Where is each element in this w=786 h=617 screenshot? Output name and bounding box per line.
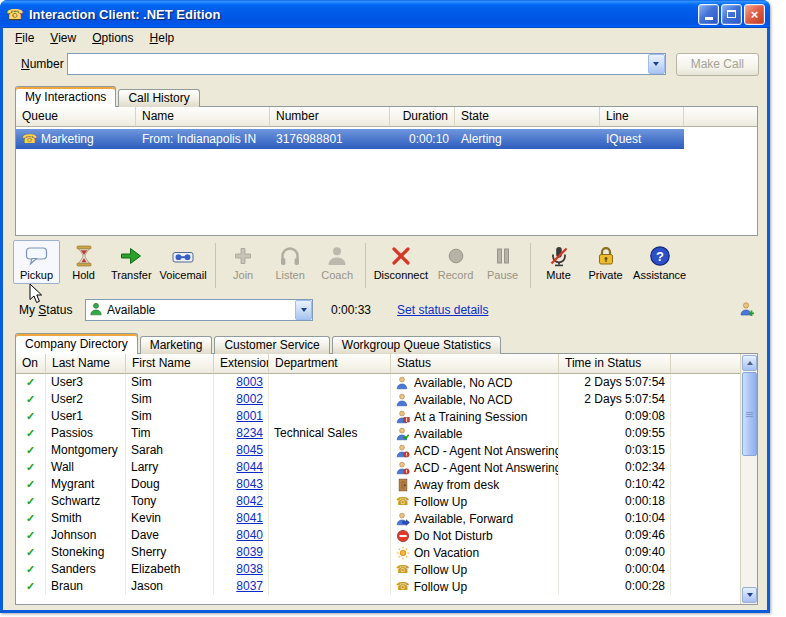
directory-row[interactable]: ✓MontgomerySarah8045ACD - Agent Not Answ… [16,442,740,459]
directory-row[interactable]: ✓SchwartzTony8042☎Follow Up0:00:18 [16,493,740,510]
status-combobox[interactable]: Available [85,299,313,321]
minimize-button[interactable] [698,4,719,25]
menu-file[interactable]: File [7,29,42,47]
online-check-icon: ✓ [26,461,35,473]
tab-marketing[interactable]: Marketing [140,336,213,354]
scroll-down-button[interactable] [742,587,757,603]
directory-row[interactable]: ✓BraunJason8037☎Follow Up0:00:28 [16,578,740,595]
status-text: Follow Up [414,562,467,578]
vacation-icon [396,546,410,560]
acd-alert-icon [396,461,410,475]
time-in-status-cell: 0:09:46 [559,527,671,544]
directory-row[interactable]: ✓SmithKevin8041Available, Forward0:10:04 [16,510,740,527]
pause-button[interactable]: Pause [479,240,526,284]
extension-link[interactable]: 8037 [236,579,263,593]
assistance-button[interactable]: ?Assistance [629,240,690,284]
directory-row[interactable]: ✓WallLarry8044ACD - Agent Not Answering0… [16,459,740,476]
directory-row[interactable]: ✓StonekingSherry8039On Vacation0:09:40 [16,544,740,561]
status-text: Available [414,426,462,442]
extension-link[interactable]: 8045 [236,443,263,457]
disconnect-button[interactable]: Disconnect [370,240,432,284]
hold-button[interactable]: Hold [60,240,107,284]
close-button[interactable]: × [744,4,765,25]
number-dropdown-button[interactable] [648,54,665,74]
directory-header-last-name[interactable]: Last Name [46,354,126,374]
private-button[interactable]: Private [582,240,629,284]
scrollbar-track[interactable] [741,372,757,586]
status-timer: 0:00:33 [331,303,371,317]
vertical-scrollbar[interactable] [740,354,757,604]
extension-link[interactable]: 8002 [236,392,263,406]
time-in-status-cell: 0:09:40 [559,544,671,561]
directory-row[interactable]: ✓MygrantDoug8043Away from desk0:10:42 [16,476,740,493]
maximize-button[interactable] [721,4,742,25]
extension-link[interactable]: 8043 [236,477,263,491]
titlebar[interactable]: ☎ Interaction Client: .NET Edition × [0,0,770,28]
extension-link[interactable]: 8038 [236,562,263,576]
directory-header-department[interactable]: Department [269,354,391,374]
pickup-button[interactable]: Pickup [13,240,60,284]
scroll-up-button[interactable] [742,355,757,371]
extension-link[interactable]: 8041 [236,511,263,525]
set-status-details-link[interactable]: Set status details [397,303,488,317]
tab-call-history[interactable]: Call History [118,89,199,107]
transfer-button[interactable]: Transfer [107,240,156,284]
status-dropdown-button[interactable] [295,300,312,320]
tab-company-directory[interactable]: Company Directory [15,333,138,354]
tab-customer-service[interactable]: Customer Service [214,336,329,354]
record-button[interactable]: Record [432,240,479,284]
last-name-cell: Johnson [46,527,126,544]
directory-header-on[interactable]: On [16,354,46,374]
status-bar: My Status Available 0:00:33 Set status d… [3,296,767,324]
directory-row[interactable]: ✓User1Sim8001At a Training Session0:09:0… [16,408,740,425]
tab-workgroup-queue-statistics[interactable]: Workgroup Queue Statistics [332,336,501,354]
menu-help[interactable]: Help [142,29,183,47]
queue-header-queue[interactable]: Queue [16,107,136,127]
coach-button[interactable]: Coach [314,240,361,284]
status-text: At a Training Session [414,409,527,425]
join-button[interactable]: Join [220,240,267,284]
extension-link[interactable]: 8044 [236,460,263,474]
queue-row[interactable]: ☎MarketingFrom: Indianapolis IN317698880… [16,129,684,149]
pickup-icon [25,244,49,268]
extension-link[interactable]: 8039 [236,545,263,559]
directory-header-status[interactable]: Status [391,354,559,374]
mute-button[interactable]: Mute [535,240,582,284]
time-in-status-cell: 0:00:18 [559,493,671,510]
extension-link[interactable]: 8234 [236,426,263,440]
menu-view[interactable]: View [42,29,84,47]
extension-link[interactable]: 8040 [236,528,263,542]
directory-row[interactable]: ✓PassiosTim8234Technical SalesAvailable0… [16,425,740,442]
listen-button[interactable]: Listen [267,240,314,284]
directory-row[interactable]: ✓SandersElizabeth8038☎Follow Up0:00:04 [16,561,740,578]
make-call-button[interactable]: Make Call [676,53,759,76]
queue-header-duration[interactable]: Duration [390,107,455,127]
extension-link[interactable]: 8003 [236,375,263,389]
extension-link[interactable]: 8001 [236,409,263,423]
directory-header-first-name[interactable]: First Name [126,354,214,374]
voicemail-button[interactable]: Voicemail [156,240,211,284]
directory-row[interactable]: ✓JohnsonDave8040Do Not Disturb0:09:46 [16,527,740,544]
queue-header-number[interactable]: Number [270,107,390,127]
extension-cell: 8040 [214,527,269,544]
queue-header-state[interactable]: State [455,107,600,127]
tab-my-interactions[interactable]: My Interactions [15,86,116,107]
directory-row[interactable]: ✓User2Sim8002Available, No ACD2 Days 5:0… [16,391,740,408]
on-cell: ✓ [16,578,46,595]
queue-header-line[interactable]: Line [600,107,684,127]
presence-summary-icon[interactable] [739,301,755,320]
directory-header-time-in-status[interactable]: Time in Status [559,354,671,374]
status-cell: Available, Forward [391,510,559,527]
user-no-acd-icon [396,376,410,390]
extension-link[interactable]: 8042 [236,494,263,508]
queue-header-name[interactable]: Name [136,107,270,127]
chevron-down-icon [653,62,659,66]
scrollbar-thumb[interactable] [742,372,757,456]
directory-row[interactable]: ✓User3Sim8003Available, No ACD2 Days 5:0… [16,374,740,391]
directory-header-extension[interactable]: Extension [214,354,269,374]
on-cell: ✓ [16,459,46,476]
filler-cell [671,374,740,391]
mute-icon [547,244,571,268]
number-combobox[interactable] [67,53,666,75]
menu-options[interactable]: Options [84,29,141,47]
